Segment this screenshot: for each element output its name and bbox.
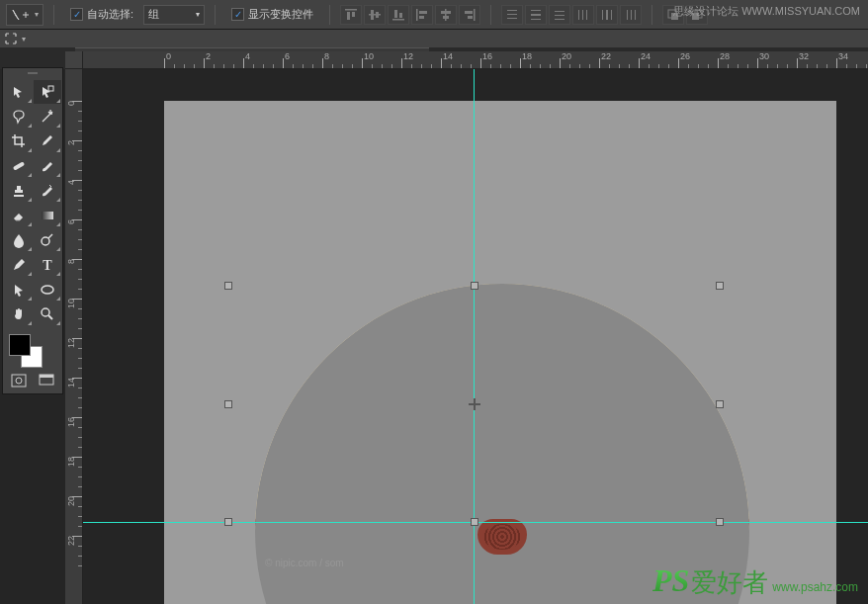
top-watermark: 思缘设计论坛 WWW.MISSYUAN.COM xyxy=(673,4,860,19)
transform-handle-tc[interactable] xyxy=(471,282,478,290)
align-buttons-group-1 xyxy=(340,5,480,25)
auto-select-checkbox[interactable]: ✓ xyxy=(70,8,83,21)
dist-hcenter-button[interactable] xyxy=(596,5,618,25)
svg-rect-31 xyxy=(606,10,608,20)
svg-rect-3 xyxy=(369,14,381,16)
shape-icon xyxy=(40,282,55,298)
svg-rect-20 xyxy=(507,18,517,19)
svg-rect-30 xyxy=(602,10,603,20)
pen-tool[interactable] xyxy=(5,253,33,277)
view-dropdown-arrow[interactable]: ▾ xyxy=(22,35,26,43)
dist-left-button[interactable] xyxy=(572,5,594,25)
hand-tool[interactable] xyxy=(5,302,33,326)
svg-rect-5 xyxy=(376,12,379,18)
svg-rect-41 xyxy=(48,86,53,91)
expand-icon[interactable] xyxy=(4,32,18,45)
transform-handle-tr[interactable] xyxy=(716,282,724,290)
transform-handle-tl[interactable] xyxy=(224,282,232,290)
show-transform-option[interactable]: ✓ 显示变换控件 xyxy=(231,7,313,22)
magic-wand-tool[interactable] xyxy=(34,105,61,129)
tool-mode-indicator[interactable]: ▾ xyxy=(6,4,43,26)
svg-rect-26 xyxy=(555,19,564,20)
distribute-buttons-group xyxy=(501,5,642,25)
dist-vcenter-button[interactable] xyxy=(525,5,547,25)
align-hcenter-button[interactable] xyxy=(435,5,457,25)
move-tool[interactable] xyxy=(5,80,33,104)
align-bottom-button[interactable] xyxy=(388,5,409,25)
type-tool[interactable]: T xyxy=(34,253,61,277)
transform-handle-br[interactable] xyxy=(716,518,724,526)
auto-select-mode-dropdown[interactable]: 组▾ xyxy=(143,5,205,25)
artboard-tool[interactable] xyxy=(34,80,61,104)
align-right-button[interactable] xyxy=(459,5,480,25)
svg-rect-19 xyxy=(507,14,517,15)
foreground-color[interactable] xyxy=(9,334,31,356)
view-controls-row: ▾ xyxy=(0,30,868,47)
align-left-button[interactable] xyxy=(411,5,433,25)
svg-rect-9 xyxy=(416,9,418,21)
align-vcenter-button[interactable] xyxy=(364,5,386,25)
transform-handle-bc[interactable] xyxy=(471,518,478,526)
zoom-icon xyxy=(40,306,55,322)
lasso-tool[interactable] xyxy=(5,105,33,129)
zoom-tool[interactable] xyxy=(34,302,61,326)
svg-rect-51 xyxy=(40,375,53,378)
crop-tool[interactable] xyxy=(5,129,33,153)
svg-rect-43 xyxy=(42,212,53,219)
transform-box[interactable] xyxy=(228,286,720,522)
svg-rect-18 xyxy=(507,10,517,11)
transform-handle-mr[interactable] xyxy=(716,400,724,408)
show-transform-label: 显示变换控件 xyxy=(248,7,313,22)
svg-rect-23 xyxy=(531,19,541,20)
svg-rect-25 xyxy=(555,15,564,16)
viewport[interactable]: © nipic.com / som xyxy=(83,69,868,604)
svg-rect-4 xyxy=(371,10,374,20)
svg-rect-27 xyxy=(578,10,579,20)
svg-rect-48 xyxy=(12,375,26,387)
align-top-button[interactable] xyxy=(340,5,362,25)
show-transform-checkbox[interactable]: ✓ xyxy=(231,8,244,21)
stamp-icon xyxy=(11,183,27,199)
svg-point-47 xyxy=(42,308,49,316)
color-swatches xyxy=(5,332,60,368)
svg-rect-17 xyxy=(468,16,473,19)
path-select-tool[interactable] xyxy=(5,278,33,302)
svg-rect-1 xyxy=(347,12,350,20)
dist-bottom-button[interactable] xyxy=(549,5,570,25)
gradient-tool[interactable] xyxy=(34,204,61,227)
stamp-tool[interactable] xyxy=(5,179,33,203)
quick-mask-button[interactable] xyxy=(5,370,33,391)
horizontal-ruler[interactable]: 02468101214161820222426283032343638 xyxy=(83,51,868,69)
svg-rect-22 xyxy=(531,14,541,16)
eyedropper-tool[interactable] xyxy=(34,129,61,153)
healing-tool[interactable] xyxy=(5,154,33,178)
dodge-icon xyxy=(40,232,55,248)
dodge-tool[interactable] xyxy=(34,228,61,252)
eraser-tool[interactable] xyxy=(5,204,33,227)
history-brush-tool[interactable] xyxy=(34,179,61,203)
eraser-icon xyxy=(11,208,27,223)
blur-icon xyxy=(11,232,27,248)
svg-rect-10 xyxy=(419,11,427,14)
vertical-ruler[interactable]: 0246810121416182022 xyxy=(65,69,83,604)
svg-point-46 xyxy=(42,286,53,294)
auto-select-option[interactable]: ✓ 自动选择: xyxy=(70,7,133,22)
transform-handle-ml[interactable] xyxy=(224,400,232,408)
screen-mode-button[interactable] xyxy=(34,370,61,391)
move-icon xyxy=(11,84,27,100)
ruler-origin[interactable] xyxy=(65,51,83,69)
dist-right-button[interactable] xyxy=(620,5,642,25)
blur-tool[interactable] xyxy=(5,228,33,252)
svg-rect-35 xyxy=(635,10,636,20)
shape-tool[interactable] xyxy=(34,278,61,302)
svg-rect-42 xyxy=(13,161,25,170)
dist-top-button[interactable] xyxy=(501,5,523,25)
svg-rect-12 xyxy=(445,9,447,21)
brush-tool[interactable] xyxy=(34,154,61,178)
healing-icon xyxy=(11,158,27,174)
transform-center[interactable] xyxy=(469,398,480,410)
svg-rect-29 xyxy=(586,10,587,20)
transform-handle-bl[interactable] xyxy=(224,518,232,526)
hand-icon xyxy=(11,306,27,322)
svg-rect-40 xyxy=(28,72,38,74)
